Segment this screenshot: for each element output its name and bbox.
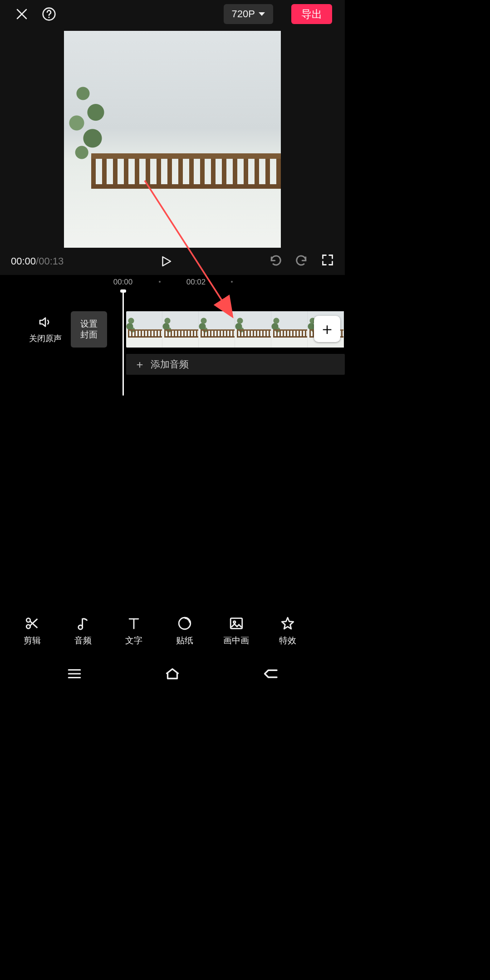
redo-icon [295,253,309,267]
tool-text[interactable]: 文字 [122,616,146,647]
timeline-area: 00:00 00:02 关闭原声 设置 封面 ＋ ＋ [0,275,345,604]
tool-label: 文字 [125,635,142,647]
video-preview[interactable] [64,31,281,248]
tool-audio[interactable]: 音频 [71,616,95,647]
svg-point-3 [49,17,50,18]
home-icon [164,667,181,681]
clip-thumbnail [199,311,235,348]
tool-sticker[interactable]: 贴纸 [172,616,197,647]
clip-thumbnail [271,311,308,348]
tool-label: 画中画 [223,635,249,647]
mute-toggle[interactable]: 关闭原声 [29,315,62,344]
ruler-dot [159,281,161,283]
current-time: 00:00 [11,255,36,267]
fullscreen-icon [321,254,334,266]
help-icon [42,7,56,21]
svg-marker-16 [282,617,294,629]
ruler-tick: 00:00 [113,278,133,287]
picture-in-picture-icon [229,616,244,631]
sticker-icon [177,616,192,631]
ruler-dot [231,281,233,283]
tool-label: 特效 [279,635,296,647]
playhead[interactable] [122,290,124,396]
player-controls: 00:00 / 00:13 [0,248,345,275]
scissors-icon [24,616,40,631]
play-icon [159,255,173,268]
nav-recent-button[interactable] [63,666,86,682]
clip-thumbnail [162,311,199,348]
set-cover-button[interactable]: 设置 封面 [71,311,107,348]
video-clip[interactable] [126,311,345,348]
add-audio-track[interactable]: ＋ 添加音频 [126,354,345,375]
resolution-dropdown[interactable]: 720P [224,4,273,24]
bottom-toolbar: 剪辑 音频 文字 贴纸 画中画 特效 [0,604,345,658]
tool-label: 贴纸 [176,635,193,647]
close-icon [15,7,29,21]
undo-icon [269,253,282,267]
redo-button[interactable] [295,253,309,270]
clip-thumbnail [235,311,271,348]
nav-back-button[interactable] [259,666,282,682]
tracks: 关闭原声 设置 封面 ＋ ＋ 添加音频 [0,290,345,395]
chevron-down-icon [259,12,265,16]
nav-home-button[interactable] [161,666,184,682]
plus-icon: ＋ [134,357,145,372]
music-note-icon [75,616,91,631]
svg-point-15 [233,621,235,623]
add-clip-button[interactable]: ＋ [314,316,340,342]
tool-cut[interactable]: 剪辑 [20,616,44,647]
system-nav-bar [0,658,345,690]
duration: 00:13 [39,255,64,267]
tool-effects[interactable]: 特效 [275,616,300,647]
time-ruler[interactable]: 00:00 00:02 [0,275,345,290]
preview-area [0,28,345,248]
help-button[interactable] [41,6,57,22]
svg-marker-5 [40,318,45,327]
star-icon [280,616,295,631]
tool-label: 剪辑 [24,635,41,647]
tool-label: 音频 [74,635,92,647]
tool-pip[interactable]: 画中画 [223,616,249,647]
export-label: 导出 [301,7,322,21]
mute-label: 关闭原声 [29,333,62,344]
menu-icon [67,668,82,680]
add-audio-label: 添加音频 [151,358,189,371]
plus-icon: ＋ [319,318,335,340]
svg-marker-4 [163,257,171,266]
clip-thumbnail [126,311,162,348]
text-icon [126,616,142,631]
fullscreen-button[interactable] [321,254,334,269]
back-icon [262,667,279,680]
speaker-icon [38,315,53,329]
preview-deck-graphic [91,153,281,197]
resolution-label: 720P [232,8,255,20]
play-button[interactable] [64,255,269,268]
ruler-tick: 00:02 [186,278,206,287]
export-button[interactable]: 导出 [291,4,332,24]
cover-label: 设置 封面 [80,318,98,340]
top-bar: 720P 导出 [0,0,345,28]
undo-button[interactable] [269,253,282,270]
close-button[interactable] [14,6,30,22]
